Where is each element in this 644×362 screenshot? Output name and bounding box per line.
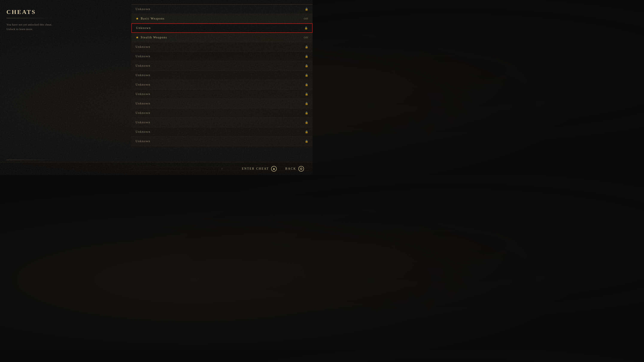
cheat-name: Unknown	[136, 73, 150, 77]
cheat-item-left: Unknown	[136, 140, 150, 143]
cheat-item[interactable]: Unknown🔒	[132, 52, 312, 61]
cheat-item-right: 🔒	[305, 92, 308, 96]
cheat-item-right: 🔒	[305, 111, 308, 115]
cheat-item-left: ★Stealth Weapons	[136, 35, 167, 39]
cheat-item-left: ★Basic Weapons	[136, 16, 165, 20]
circle-button[interactable]	[298, 166, 304, 172]
description-line1: You have not yet unlocked this cheat.	[6, 23, 52, 26]
cheat-item-right: 🔒	[305, 7, 308, 11]
description-text: You have not yet unlocked this cheat. Un…	[6, 22, 125, 31]
cheat-list: Unknown🔒★Basic WeaponsOffUnknown🔒★Stealt…	[132, 4, 312, 167]
triangle-icon	[273, 168, 275, 170]
cheat-item-right: 🔒	[305, 55, 308, 58]
lock-icon: 🔒	[305, 121, 308, 124]
cheat-item-left: Unknown	[136, 55, 150, 58]
cheat-item[interactable]: ★Basic WeaponsOff	[132, 14, 312, 23]
back-label: Back	[285, 167, 296, 170]
cheat-item[interactable]: Unknown🔒	[132, 99, 312, 108]
lock-icon: 🔒	[305, 64, 308, 67]
cheat-item-left: Unknown	[136, 130, 150, 134]
lock-icon: 🔒	[305, 55, 308, 58]
cheat-status: Off	[304, 36, 308, 39]
lock-icon: 🔒	[305, 7, 308, 11]
cheat-item-right: 🔒	[305, 140, 308, 143]
cheat-name: Unknown	[136, 140, 150, 143]
cheat-item-right: 🔒	[305, 130, 308, 134]
page-title: CHEATS	[6, 8, 125, 15]
cheat-item[interactable]: Unknown🔒	[132, 127, 312, 137]
cheat-status: Off	[304, 17, 308, 20]
cheat-name: Unknown	[136, 7, 150, 11]
triangle-button[interactable]	[271, 166, 277, 172]
cheat-item[interactable]: ★Stealth WeaponsOff	[132, 33, 312, 42]
cheat-name: Unknown	[136, 26, 151, 30]
cheat-item-left: Unknown	[136, 121, 150, 124]
cheat-item-left: Unknown	[136, 7, 150, 11]
lock-icon: 🔒	[304, 26, 308, 30]
bottom-bar: Enter Cheat Back	[0, 162, 312, 175]
description-line2: Unlock to learn more.	[6, 27, 33, 31]
cheat-item[interactable]: Unknown🔒	[132, 80, 312, 89]
cheat-name: Stealth Weapons	[141, 36, 167, 39]
enter-cheat-label: Enter Cheat	[242, 167, 269, 170]
cheat-item-right: 🔒	[305, 102, 308, 105]
cheat-item-right: 🔒	[305, 121, 308, 124]
lock-icon: 🔒	[305, 140, 308, 143]
cheat-name: Basic Weapons	[141, 17, 165, 20]
cheat-item-right: 🔒	[305, 83, 308, 86]
cheat-item-left: Unknown	[136, 73, 150, 77]
back-action[interactable]: Back	[285, 166, 304, 172]
cheat-item-right: 🔒	[305, 64, 308, 67]
title-divider	[6, 18, 56, 18]
cheat-name: Unknown	[136, 111, 150, 115]
lock-icon: 🔒	[305, 73, 308, 77]
cheat-name: Unknown	[136, 83, 150, 86]
cheat-item[interactable]: Unknown🔒	[132, 118, 312, 127]
cheat-item-left: Unknown	[136, 111, 150, 115]
lock-icon: 🔒	[305, 111, 308, 115]
cheat-name: Unknown	[136, 45, 150, 49]
star-icon: ★	[136, 16, 139, 20]
cheat-item-right: Off	[304, 36, 308, 39]
cheat-name: Unknown	[136, 55, 150, 58]
circle-icon	[300, 168, 302, 170]
cheat-item-left: Unknown	[136, 26, 151, 30]
cheat-item[interactable]: Unknown🔒	[132, 42, 312, 52]
cheat-item[interactable]: Unknown🔒	[132, 137, 312, 146]
left-panel: CHEATS You have not yet unlocked this ch…	[0, 4, 132, 171]
lock-icon: 🔒	[305, 92, 308, 96]
cheat-item-left: Unknown	[136, 92, 150, 96]
cheat-name: Unknown	[136, 92, 150, 96]
cheat-name: Unknown	[136, 130, 150, 134]
cheat-item[interactable]: Unknown🔒	[132, 23, 312, 33]
cheat-item-right: 🔒	[305, 45, 308, 49]
lock-icon: 🔒	[305, 45, 308, 49]
cheat-item-left: Unknown	[136, 64, 150, 67]
enter-cheat-action[interactable]: Enter Cheat	[242, 166, 277, 172]
lock-icon: 🔒	[305, 130, 308, 134]
lock-icon: 🔒	[305, 83, 308, 86]
cheat-item-right: 🔒	[305, 73, 308, 77]
cheat-item-right: Off	[304, 17, 308, 20]
cheat-item[interactable]: Unknown🔒	[132, 4, 312, 14]
cheat-item[interactable]: Unknown🔒	[132, 89, 312, 99]
cheat-name: Unknown	[136, 121, 150, 124]
cheat-name: Unknown	[136, 102, 150, 105]
cheat-item-left: Unknown	[136, 102, 150, 105]
star-icon: ★	[136, 35, 139, 39]
cheat-item[interactable]: Unknown🔒	[132, 108, 312, 118]
cheat-item-right: 🔒	[304, 26, 308, 30]
right-panel: Unknown🔒★Basic WeaponsOffUnknown🔒★Stealt…	[132, 4, 312, 171]
cheat-item[interactable]: Unknown🔒	[132, 61, 312, 70]
lock-icon: 🔒	[305, 102, 308, 105]
cheat-item[interactable]: Unknown🔒	[132, 70, 312, 80]
cheat-name: Unknown	[136, 64, 150, 67]
cheat-item-left: Unknown	[136, 45, 150, 49]
cheat-item-left: Unknown	[136, 83, 150, 86]
